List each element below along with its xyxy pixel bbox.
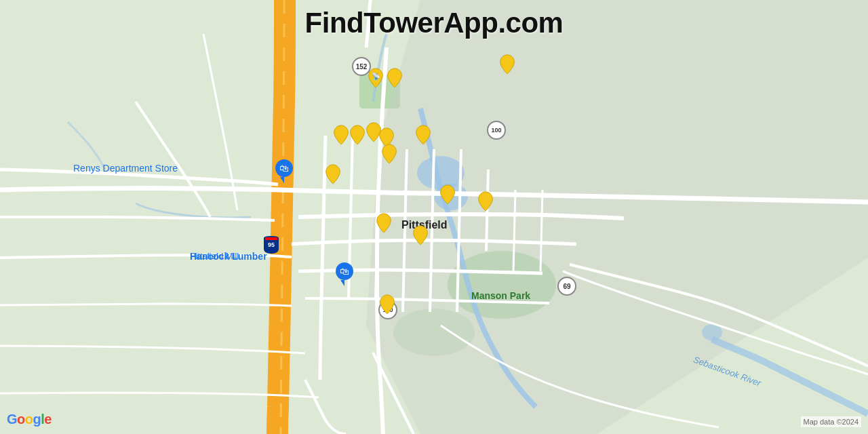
tower-marker-13[interactable] [375,213,393,233]
map-svg [0,0,868,434]
tower-marker-1[interactable]: 📡 [367,68,384,88]
map-container: FindTowerApp.com Renys Department Store … [0,0,868,434]
shop-pin-hancock[interactable]: 🛍 [334,262,355,289]
map-attribution: Map data ©2024 [801,416,862,427]
svg-text:🛍: 🛍 [279,163,289,174]
tower-marker-5[interactable] [349,125,366,145]
road-badge-100a: 100 [487,121,506,140]
tower-marker-9[interactable] [380,144,398,164]
tower-marker-4[interactable] [332,125,350,145]
interstate-shield-95: 95 [262,235,280,254]
tower-marker-12[interactable] [477,191,494,212]
site-title: FindTowerApp.com [305,7,564,39]
shop-pin-renys[interactable]: 🛍 [273,159,295,186]
label-manson-park: Manson Park [471,290,530,301]
tower-marker-2[interactable] [386,68,403,88]
svg-text:🛍: 🛍 [340,266,349,277]
road-badge-69: 69 [557,277,576,296]
tower-marker-8[interactable] [414,125,432,145]
google-logo: Google [7,412,52,427]
tower-marker-3[interactable] [498,54,516,75]
svg-text:📡: 📡 [372,72,380,81]
svg-text:95: 95 [268,241,275,248]
tower-marker-14[interactable] [412,225,429,245]
tower-marker-11[interactable] [439,184,456,205]
tower-marker-15[interactable] [378,294,396,315]
tower-marker-10[interactable] [324,164,342,184]
label-renys: Renys Department Store [73,163,178,174]
label-pittsfield-mill: Pittsfield Mill [190,251,239,261]
